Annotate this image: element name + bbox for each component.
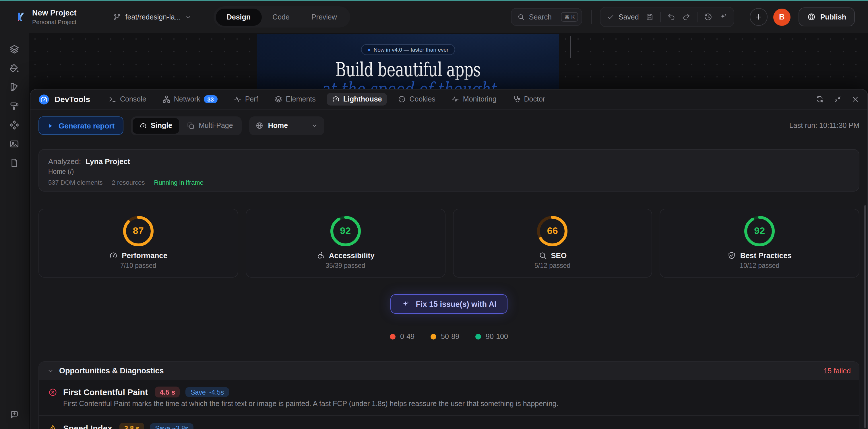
history-icon[interactable] (704, 12, 712, 21)
view-tab-preview[interactable]: Preview (301, 8, 348, 26)
workspace: Now in v4.0 — faster than ever Build bea… (0, 33, 868, 429)
score-cards-row: 87Performance7/10 passed 92Accessibility… (38, 209, 859, 277)
diagnostics-header[interactable]: Opportunities & Diagnostics 15 failed (39, 362, 859, 380)
globe-icon (255, 122, 264, 130)
sidebar-tool-image[interactable] (6, 135, 23, 153)
score-legend: 0-4950-8990-100 (38, 333, 859, 341)
pages-icon (187, 122, 195, 129)
devtools-scrollbar[interactable] (864, 205, 866, 428)
accessibility-icon (316, 251, 325, 260)
devtools-tab-cookies[interactable]: Cookies (393, 93, 440, 105)
devtools-tab-console[interactable]: Console (103, 93, 152, 105)
devtools-tab-label: Network (174, 95, 200, 103)
diagnostic-save-badge: Save ~4.5s (185, 387, 229, 397)
diagnostic-title-row: First Contentful Paint4.5 sSave ~4.5s (48, 387, 849, 397)
score-label-text: Accessibility (329, 251, 375, 260)
hero-version-badge: Now in v4.0 — faster than ever (361, 44, 456, 55)
devtools-tab-lighthouse[interactable]: Lighthouse (327, 93, 387, 105)
score-value: 87 (122, 215, 154, 247)
search-shortcut: ⌘ K (561, 12, 578, 22)
canvas-resize-handle[interactable] (570, 36, 571, 58)
ai-sparkles-icon[interactable] (719, 12, 727, 21)
perf-icon (234, 95, 242, 103)
components-icon (9, 120, 20, 130)
redo-icon[interactable] (682, 12, 691, 21)
score-card-seo[interactable]: 66SEO5/12 passed (453, 209, 652, 277)
sidebar-tool-paint-bucket[interactable] (6, 60, 23, 77)
project-name: New Project (32, 8, 76, 17)
sidebar-tool-paint-roller[interactable] (6, 98, 23, 115)
gauge-icon (139, 122, 147, 129)
document-actions-group: Saved (600, 7, 734, 27)
file-icon (9, 158, 20, 168)
badge-dot (368, 48, 370, 51)
mode-single-option[interactable]: Single (132, 118, 179, 133)
score-ring: 87 (122, 215, 154, 247)
fix-with-ai-button[interactable]: Fix 15 issue(s) with AI (391, 294, 507, 314)
app-window: New Project Personal Project feat/redesi… (0, 0, 868, 429)
devtools-tab-doctor[interactable]: Doctor (507, 93, 551, 105)
elements-icon (274, 95, 282, 103)
save-icon[interactable] (645, 12, 654, 21)
chevron-down-icon (185, 13, 192, 20)
devtools-tab-elements[interactable]: Elements (269, 93, 321, 105)
page-selector-value: Home (268, 122, 288, 130)
devtools-tab-monitoring[interactable]: Monitoring (446, 93, 502, 105)
refresh-icon[interactable] (816, 95, 824, 103)
project-type: Personal Project (32, 19, 76, 25)
collapse-icon[interactable] (834, 95, 842, 103)
analyzed-summary-card: Analyzed: Lyna Project Home (/) 537 DOM … (38, 149, 859, 192)
view-tab-code[interactable]: Code (261, 8, 301, 26)
close-icon[interactable] (851, 95, 859, 103)
sidebar-tool-components[interactable] (6, 117, 23, 134)
console-icon (108, 95, 117, 103)
user-avatar[interactable]: B (773, 8, 790, 26)
performance-icon (109, 251, 118, 260)
diagnostic-row-speed-index[interactable]: Speed Index3.8 sSave ~3.8s (39, 415, 859, 429)
globe-icon (807, 12, 816, 21)
publish-button[interactable]: Publish (799, 7, 855, 26)
branch-name: feat/redesign-la... (125, 13, 181, 21)
score-passed-count: 7/10 passed (120, 262, 156, 269)
score-ring: 92 (329, 215, 361, 247)
score-card-performance[interactable]: 87Performance7/10 passed (38, 209, 238, 277)
score-card-accessibility[interactable]: 92Accessibility35/39 passed (246, 209, 445, 277)
score-label: SEO (538, 251, 567, 260)
devtools-logo (38, 94, 50, 105)
lighthouse-toolbar: Generate report Single Multi-Page Home (30, 109, 867, 142)
comment-plus-icon (9, 409, 20, 420)
analyzed-project-name: Lyna Project (86, 157, 130, 166)
undo-icon[interactable] (667, 12, 676, 21)
layers-icon (9, 44, 20, 55)
error-icon (48, 388, 57, 397)
branch-selector[interactable]: feat/redesign-la... (113, 13, 192, 21)
diagnostic-row-first-contentful-paint[interactable]: First Contentful Paint4.5 sSave ~4.5sFir… (39, 380, 859, 415)
generate-report-button[interactable]: Generate report (38, 117, 123, 135)
mode-segmented-control: Single Multi-Page (131, 116, 242, 135)
search-input[interactable]: Search ⌘ K (511, 8, 582, 26)
topbar-divider (592, 10, 592, 24)
sparkles-icon (401, 300, 410, 308)
devtools-tab-label: Lighthouse (343, 95, 382, 103)
devtools-tab-network[interactable]: Network33 (157, 93, 223, 105)
paint-roller-icon (9, 101, 20, 111)
devtools-tab-perf[interactable]: Perf (228, 93, 264, 105)
paint-bucket-icon (9, 63, 20, 73)
legend-range-50-89: 50-89 (431, 333, 459, 341)
score-label-text: Best Practices (740, 251, 792, 260)
sidebar-tool-file[interactable] (6, 154, 23, 171)
view-tab-design[interactable]: Design (216, 8, 261, 26)
sidebar-tool-layers[interactable] (6, 41, 23, 58)
score-ring: 92 (743, 215, 776, 247)
mode-multipage-option[interactable]: Multi-Page (180, 118, 240, 133)
analyzed-page: Home (/) (48, 168, 849, 175)
sidebar-tool-swatches[interactable] (6, 78, 23, 96)
dom-elements-stat: 537 DOM elements (48, 179, 103, 186)
search-placeholder: Search (529, 13, 552, 21)
add-button[interactable] (750, 8, 768, 26)
page-selector-dropdown[interactable]: Home (249, 116, 324, 135)
add-comment-button[interactable] (6, 406, 23, 423)
score-card-best-practices[interactable]: 92Best Practices10/12 passed (660, 209, 860, 277)
legend-range-0-49: 0-49 (390, 333, 414, 341)
top-bar: New Project Personal Project feat/redesi… (0, 0, 868, 33)
